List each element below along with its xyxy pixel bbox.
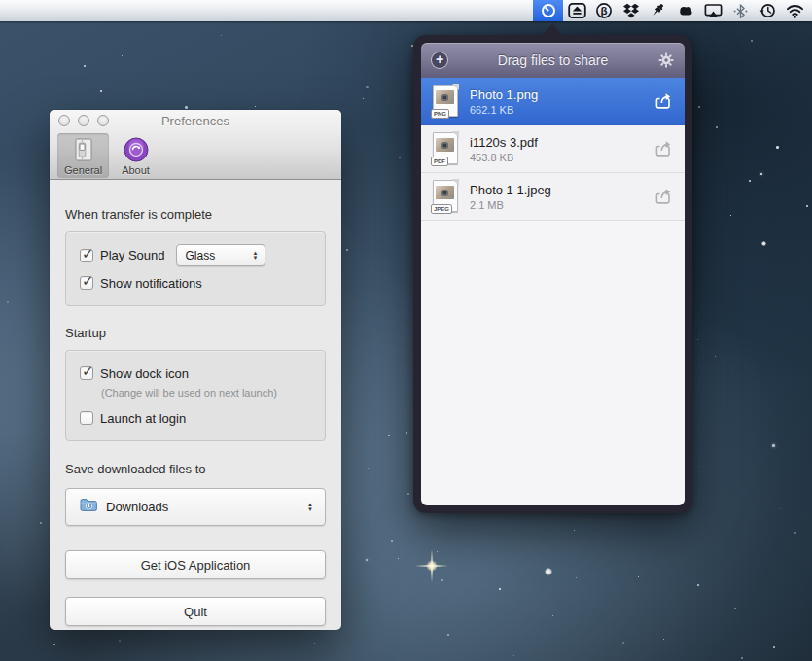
launch-at-login-label: Launch at login [100,411,186,426]
minimize-button[interactable] [78,115,89,126]
share-popover: + Drag files to share [413,35,692,513]
tab-about-label: About [122,164,150,176]
launch-at-login-checkbox[interactable] [80,411,93,425]
file-type-badge: PDF [431,157,448,166]
sound-popup-value: Glass [186,249,253,262]
preferences-toolbar: General About [50,131,341,178]
show-dock-icon-checkbox[interactable]: ✓ [80,366,93,380]
tab-general-label: General [64,164,102,176]
file-row[interactable]: JPEG Photo 1 1.jpeg 2.1 MB [421,173,685,221]
startup-group-box: ✓ Show dock icon (Change will be used on… [65,350,326,441]
zoom-button[interactable] [97,115,109,126]
file-name: Photo 1 1.jpeg [470,182,653,198]
quit-button[interactable]: Quit [65,597,326,626]
time-machine-icon[interactable] [754,0,781,21]
close-button[interactable] [58,115,70,126]
pin-icon[interactable] [645,0,672,21]
popover-title: Drag files to share [421,52,685,68]
share-icon[interactable] [653,139,673,158]
popover-arrow [541,24,564,36]
file-type-badge: JPEG [431,204,452,214]
transfer-group-box: ✓ Play Sound Glass ▲▼ ✓ Show notificatio… [65,231,326,306]
bluetooth-icon[interactable] [726,0,754,21]
bright-star [545,568,552,575]
tab-general[interactable]: General [57,133,109,178]
share-icon[interactable] [653,187,673,206]
gear-icon[interactable] [658,52,674,68]
eject-box-icon[interactable] [563,0,590,21]
show-notifications-label: Show notifications [100,276,202,291]
svg-text:β: β [600,5,607,17]
bright-star [761,241,766,246]
stepper-arrows-icon: ▲▼ [253,251,259,261]
file-row[interactable]: PDF i1120s 3.pdf 453.8 KB [421,125,685,173]
pdf-file-icon: PDF [431,131,460,166]
popover-header: + Drag files to share [421,43,685,78]
file-name: Photo 1.png [470,87,653,103]
show-dock-icon-note: (Change will be used on next launch) [101,387,311,399]
png-file-icon: PNG [431,84,460,119]
file-size: 453.8 KB [470,151,653,164]
section-heading-startup: Startup [65,326,326,340]
bright-star-flare [415,549,448,582]
window-controls [58,115,109,126]
cloud-icon[interactable] [672,0,699,21]
file-row[interactable]: PNG Photo 1.png 662.1 KB [421,78,685,125]
downloads-folder-icon [80,498,98,516]
show-notifications-checkbox[interactable]: ✓ [80,276,93,290]
file-name: i1120s 3.pdf [470,134,653,151]
dropbox-icon[interactable] [618,0,645,21]
window-chrome: Preferences General [50,110,341,180]
tab-about[interactable]: About [115,133,157,178]
add-file-button[interactable]: + [431,52,448,69]
preferences-window: Preferences General [50,110,341,630]
file-type-badge: PNG [431,109,449,119]
about-icon [123,136,150,163]
window-title: Preferences [161,114,229,128]
save-folder-value: Downloads [106,500,307,514]
play-sound-label: Play Sound [100,248,165,262]
app-menubar-icon[interactable] [533,0,563,21]
sound-popup[interactable]: Glass ▲▼ [176,244,265,266]
menu-bar: β [0,0,812,21]
section-heading-save: Save downloaded files to [65,462,326,476]
title-bar[interactable]: Preferences [50,110,341,131]
airplay-icon[interactable] [699,0,726,21]
file-size: 2.1 MB [470,198,653,212]
section-heading-transfer: When transfer is complete [65,207,326,222]
file-size: 662.1 KB [470,103,653,117]
save-folder-popup[interactable]: Downloads ▲▼ [65,488,326,526]
share-icon[interactable] [653,91,673,111]
preferences-content: When transfer is complete ✓ Play Sound G… [50,207,341,626]
wifi-icon[interactable] [781,0,808,21]
jpeg-file-icon: JPEG [431,179,460,214]
light-switch-icon [70,136,97,163]
beta-icon[interactable]: β [590,0,618,21]
get-ios-application-button[interactable]: Get iOS Application [65,550,326,579]
file-list: PNG Photo 1.png 662.1 KB PDF i1120s 3.pd… [421,78,685,505]
menubar-status-tray: β [533,0,812,21]
show-dock-icon-label: Show dock icon [100,366,189,381]
play-sound-checkbox[interactable]: ✓ [80,249,93,262]
stepper-arrows-icon: ▲▼ [307,503,313,512]
